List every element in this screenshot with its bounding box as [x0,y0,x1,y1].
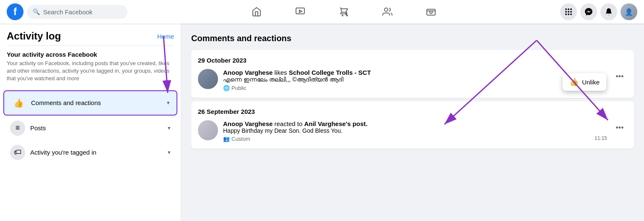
feed-date-1: 29 October 2023 [198,57,627,64]
svg-point-14 [568,13,569,15]
grid-menu-button[interactable] [560,3,577,20]
search-placeholder: Search Facebook [43,8,93,16]
nav-icons-group [131,2,557,22]
feed-user-1: Anoop Varghese [223,69,273,76]
posts-icon: ≡ [10,121,25,136]
feed-user-2: Anoop Varghese [223,120,273,127]
feed-extra-1: എന്നെ ഇന്നലേം തല്ലി,,, ©ആദിത്യൻ ആദി [223,76,607,83]
feed-text-1: Anoop Varghese likes School College Trol… [223,69,607,91]
nav-home-button[interactable] [236,2,278,22]
svg-point-11 [568,11,569,13]
search-bar[interactable]: 🔍 Search Facebook [27,5,127,19]
svg-point-10 [565,11,567,13]
nav-video-button[interactable] [279,2,321,22]
svg-point-9 [570,8,572,10]
privacy-label-1: Public [231,85,246,91]
feed-more-button-2[interactable]: ••• [612,120,627,135]
feed-timestamp-2: 11:15 [595,135,607,142]
feed-action-1: likes [275,69,289,76]
sidebar-header: Activity log Home [0,30,181,45]
nav-friends-button[interactable] [366,2,408,22]
feed-date-2: 26 September 2023 [198,108,627,115]
feed-avatar-1 [198,69,218,89]
svg-marker-1 [299,10,302,13]
svg-rect-5 [427,9,435,15]
sidebar-home-link[interactable]: Home [157,33,174,40]
feed-privacy-1: 🌐 Public [223,85,607,91]
feed-action-2: reacted to [275,120,304,127]
feed-text-2: Anoop Varghese reacted to Anil Varghese'… [223,120,589,142]
svg-point-8 [568,8,569,10]
sidebar-title: Activity log [7,30,61,42]
sidebar: Activity log Home Your activity across F… [0,24,181,221]
main-layout: Activity log Home Your activity across F… [0,24,644,221]
sidebar-desc-title: Your activity across Facebook [0,51,181,60]
svg-point-2 [342,15,343,16]
svg-point-3 [347,15,348,16]
svg-point-4 [384,8,388,11]
unlike-label: Unlike [582,79,600,86]
feed-more-button-1[interactable]: ••• [612,69,627,84]
feed-name-2: Anoop Varghese reacted to Anil Varghese'… [223,120,589,127]
feed-target-2: Anil Varghese's post. [304,120,367,127]
feed-card-1: 29 October 2023 Anoop Varghese likes Sch… [191,50,634,98]
main-content: Comments and reactions 29 October 2023 A… [181,24,644,221]
feed-item-1: Anoop Varghese likes School College Trol… [198,69,627,91]
facebook-logo: f [7,3,23,20]
unlike-thumb-icon: 👍 [569,77,579,87]
sidebar-item-label-comments: Comments and reactions [31,99,162,106]
sidebar-divider [7,45,174,46]
svg-point-7 [565,8,567,10]
nav-gaming-button[interactable] [410,2,452,22]
content-title: Comments and reactions [191,34,634,43]
sidebar-item-comments-reactions[interactable]: 👍 Comments and reactions ▾ [3,90,177,116]
chevron-down-icon-posts: ▾ [168,125,171,131]
privacy-icon-1: 🌐 [223,85,230,91]
chevron-down-icon: ▾ [167,100,170,106]
feed-card-2: 26 September 2023 Anoop Varghese reacted… [191,101,634,149]
comments-reactions-icon: 👍 [11,95,26,110]
sidebar-item-label-tagged: Activity you're tagged in [30,149,163,156]
feed-extra-2: Happy Birthday my Dear Son. God Bless Yo… [223,127,589,134]
profile-avatar-button[interactable]: 👤 [621,3,637,20]
chevron-down-icon-tagged: ▾ [168,149,171,155]
feed-target-1: School College Trolls - SCT [289,69,371,76]
sidebar-item-tagged[interactable]: 🏷 Activity you're tagged in ▾ [3,141,177,164]
sidebar-item-posts[interactable]: ≡ Posts ▾ [3,116,177,140]
nav-right-group: 👤 [560,3,637,20]
search-icon: 🔍 [33,8,40,15]
messenger-button[interactable] [580,3,597,20]
svg-point-15 [570,13,572,15]
feed-privacy-2: 👥 Custom [223,136,589,142]
unlike-popup: 👍 Unlike [563,73,606,91]
tagged-icon: 🏷 [10,145,25,160]
svg-point-13 [565,13,567,15]
nav-marketplace-button[interactable] [323,2,365,22]
feed-avatar-2 [198,120,218,140]
top-navigation: f 🔍 Search Facebook 👤 [0,0,644,24]
feed-name-1: Anoop Varghese likes School College Trol… [223,69,607,76]
notification-button[interactable] [600,3,617,20]
sidebar-desc-text: Your activity on Facebook, including pos… [0,60,181,89]
feed-item-2: Anoop Varghese reacted to Anil Varghese'… [198,120,627,142]
svg-point-12 [570,11,572,13]
privacy-label-2: Custom [231,136,250,142]
privacy-icon-2: 👥 [223,136,230,142]
sidebar-item-label-posts: Posts [30,124,163,132]
